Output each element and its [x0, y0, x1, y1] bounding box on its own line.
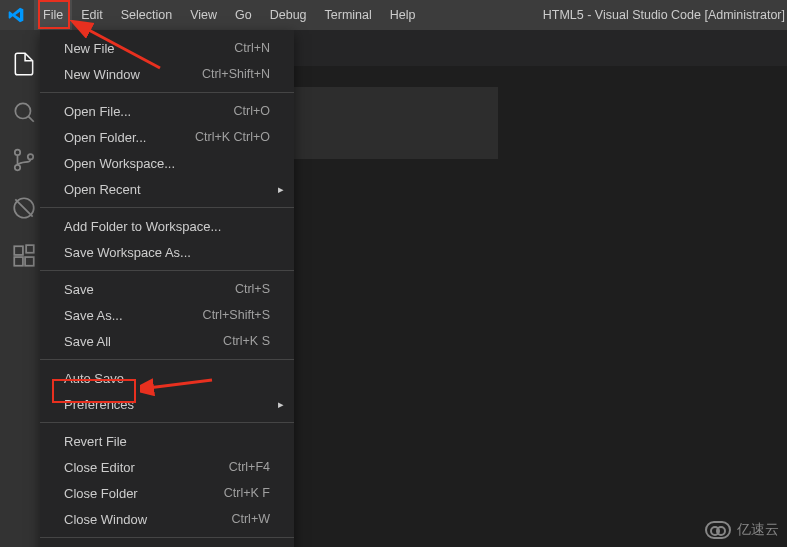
file-dropdown-menu: New FileCtrl+N New WindowCtrl+Shift+N Op…	[40, 30, 294, 547]
menu-new-window[interactable]: New WindowCtrl+Shift+N	[40, 61, 294, 87]
menubar-view[interactable]: View	[181, 0, 226, 30]
watermark-text: 亿速云	[737, 521, 779, 539]
svg-point-1	[15, 150, 20, 155]
menu-separator	[40, 422, 294, 423]
menubar-go[interactable]: Go	[226, 0, 261, 30]
menu-add-folder-workspace[interactable]: Add Folder to Workspace...	[40, 213, 294, 239]
menu-close-folder[interactable]: Close FolderCtrl+K F	[40, 480, 294, 506]
watermark-cloud-icon	[705, 521, 731, 539]
menu-separator	[40, 207, 294, 208]
menu-separator	[40, 270, 294, 271]
menu-new-file[interactable]: New FileCtrl+N	[40, 35, 294, 61]
menu-separator	[40, 92, 294, 93]
menubar-terminal[interactable]: Terminal	[316, 0, 381, 30]
menu-preferences[interactable]: Preferences▸	[40, 391, 294, 417]
svg-point-2	[15, 165, 20, 170]
menubar-selection[interactable]: Selection	[112, 0, 181, 30]
menu-separator	[40, 359, 294, 360]
menu-open-file[interactable]: Open File...Ctrl+O	[40, 98, 294, 124]
menu-close-editor[interactable]: Close EditorCtrl+F4	[40, 454, 294, 480]
vscode-logo-icon	[8, 7, 24, 23]
menubar: File Edit Selection View Go Debug Termin…	[0, 0, 787, 30]
svg-rect-8	[26, 245, 34, 253]
menubar-file[interactable]: File	[34, 0, 72, 30]
menu-close-window[interactable]: Close WindowCtrl+W	[40, 506, 294, 532]
menubar-debug[interactable]: Debug	[261, 0, 316, 30]
chevron-right-icon: ▸	[278, 183, 284, 196]
svg-rect-5	[14, 246, 23, 255]
menu-save-as[interactable]: Save As...Ctrl+Shift+S	[40, 302, 294, 328]
svg-point-0	[15, 103, 30, 118]
svg-rect-6	[14, 257, 23, 266]
chevron-right-icon: ▸	[278, 398, 284, 411]
menu-exit[interactable]: Exit	[40, 543, 294, 547]
menu-open-folder[interactable]: Open Folder...Ctrl+K Ctrl+O	[40, 124, 294, 150]
svg-rect-7	[25, 257, 34, 266]
menu-open-workspace[interactable]: Open Workspace...	[40, 150, 294, 176]
svg-point-3	[28, 154, 33, 159]
menu-revert-file[interactable]: Revert File	[40, 428, 294, 454]
menu-separator	[40, 537, 294, 538]
menu-save[interactable]: SaveCtrl+S	[40, 276, 294, 302]
menu-open-recent[interactable]: Open Recent▸	[40, 176, 294, 202]
window-title: HTML5 - Visual Studio Code [Administrato…	[543, 8, 787, 22]
menu-save-all[interactable]: Save AllCtrl+K S	[40, 328, 294, 354]
watermark: 亿速云	[705, 521, 779, 539]
menu-save-workspace-as[interactable]: Save Workspace As...	[40, 239, 294, 265]
menu-auto-save[interactable]: Auto Save	[40, 365, 294, 391]
menubar-edit[interactable]: Edit	[72, 0, 112, 30]
menubar-help[interactable]: Help	[381, 0, 425, 30]
